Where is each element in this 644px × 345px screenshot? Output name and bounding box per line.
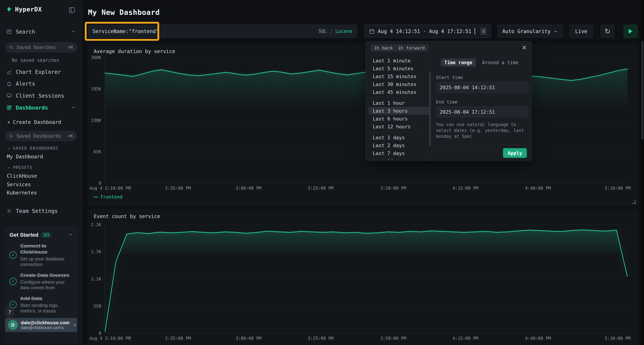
step-desc: Set up your database connection	[20, 256, 73, 267]
line-chart-svg	[105, 225, 627, 333]
live-button[interactable]: Live	[570, 25, 593, 38]
sidebar-collapse-icon[interactable]	[69, 7, 75, 13]
range-option[interactable]: Last 30 minutes	[368, 80, 429, 88]
check-circle-icon: ✓	[10, 278, 17, 285]
range-option[interactable]: Last 6 hours	[368, 115, 429, 123]
sidebar-item-my-dashboard[interactable]: My Dashboard	[7, 154, 43, 160]
legend-series-name: frontend	[100, 194, 122, 200]
chevron-up-icon	[71, 29, 76, 34]
play-icon	[628, 29, 632, 34]
chart-legend[interactable]: frontend	[94, 194, 122, 200]
sidebar-item-label: Search	[16, 28, 35, 35]
time-forward-button[interactable]: 1h forward	[395, 44, 428, 52]
range-option[interactable]: Last 2 days	[368, 141, 429, 149]
shortcut-hint: ⌘K	[68, 134, 73, 139]
dashboards-grid-icon	[6, 105, 12, 110]
tab-around-a-time[interactable]: Around a time	[478, 58, 522, 67]
hyperdx-logo-icon	[6, 6, 12, 12]
sidebar-item-label: Client Sessions	[16, 93, 64, 99]
close-icon[interactable]: ×	[522, 43, 527, 51]
sidebar-item-dashboards[interactable]: Dashboards	[0, 102, 82, 113]
sidebar-item-search[interactable]: Search	[0, 26, 82, 37]
range-option[interactable]: Last 14 days	[368, 157, 429, 160]
refresh-button[interactable]: ↻	[600, 25, 614, 38]
natural-language-hint: You can use natural language to select d…	[436, 122, 529, 139]
user-org: dale@clickhouse.com's	[21, 325, 70, 330]
get-started-step[interactable]: ✓ Add DataStart sending logs, metrics, o…	[10, 296, 73, 314]
chevron-down-icon	[7, 166, 11, 169]
sidebar: HyperDX Search Saved Searches ⌘K No save…	[0, 0, 82, 345]
range-option[interactable]: Last 1 hour	[368, 99, 429, 107]
get-started-step[interactable]: ✓ Create Data SourcesConfigure where you…	[10, 272, 73, 291]
sidebar-item-clickhouse[interactable]: ClickHouse	[7, 173, 37, 179]
step-title: Add Data	[20, 296, 42, 301]
calendar-icon	[369, 28, 374, 34]
page-scrollbar-thumb[interactable]	[642, 41, 643, 139]
range-option[interactable]: Last 12 hours	[368, 123, 429, 130]
chevron-up-icon[interactable]	[68, 233, 73, 237]
range-option[interactable]: Last 1 minute	[368, 57, 429, 64]
create-dashboard-button[interactable]: + Create Dashboard	[7, 119, 61, 125]
range-option[interactable]: Last 15 minutes	[368, 72, 429, 80]
run-query-button[interactable]	[624, 25, 638, 38]
shortcut-d-badge: d	[480, 27, 487, 35]
shortcut-hint: ⌘K	[68, 45, 73, 50]
sidebar-item-label: Chart Explorer	[16, 69, 61, 75]
chart-title: Average duration by service	[94, 48, 175, 54]
end-time-input[interactable]: 2025-08-04 17:12:51	[436, 106, 528, 117]
tab-time-range[interactable]: Time range	[441, 58, 476, 67]
list-scrollbar[interactable]	[429, 72, 430, 146]
range-option[interactable]: Last 45 minutes	[368, 88, 429, 96]
time-range-input[interactable]: Aug 4 14:12:51 - Aug 4 17:12:51 d	[365, 25, 491, 38]
granularity-value: Auto Granularity	[502, 28, 550, 34]
lucene-toggle[interactable]: Lucene	[336, 28, 352, 34]
user-menu[interactable]: D dale@clickhouse.com dale@clickhouse.co…	[5, 318, 77, 332]
plus-icon: +	[7, 119, 10, 125]
range-option-selected[interactable]: Last 3 hours	[368, 107, 429, 115]
create-dashboard-label: Create Dashboard	[13, 119, 61, 125]
section-label: SAVED DASHBOARDS	[13, 146, 58, 150]
app-logo[interactable]: HyperDX	[6, 6, 42, 13]
x-axis-labels: Aug 4 2:10:00 PM 2:35:00 PM 3:00:00 PM 3…	[105, 186, 627, 191]
chevron-right-icon	[72, 323, 77, 327]
sidebar-item-kubernetes[interactable]: Kubernetes	[7, 190, 37, 196]
section-presets[interactable]: PRESETS	[7, 165, 33, 170]
chart-panel-avg-duration: Average duration by service 260K 195K 13…	[88, 44, 638, 206]
chevron-up-icon	[71, 105, 76, 110]
sql-toggle[interactable]: SQL	[318, 28, 327, 34]
saved-searches-input[interactable]: Saved Searches ⌘K	[5, 42, 77, 52]
sidebar-item-client-sessions[interactable]: Client Sessions	[0, 90, 82, 101]
apply-button[interactable]: Apply	[503, 148, 527, 158]
sidebar-item-chart-explorer[interactable]: Chart Explorer	[0, 66, 82, 78]
section-saved-dashboards[interactable]: SAVED DASHBOARDS	[7, 146, 58, 150]
range-option[interactable]: Last 7 days	[368, 149, 429, 157]
list-divider	[368, 97, 429, 98]
chart-plot-area[interactable]	[105, 225, 627, 333]
sidebar-item-team-settings[interactable]: Team Settings	[0, 205, 82, 217]
time-picker-popup: 1h back 1h forward × Last 1 minute Last …	[366, 41, 532, 161]
app-name: HyperDX	[15, 6, 42, 13]
avatar: D	[8, 320, 18, 330]
start-time-input[interactable]: 2025-08-04 14:12:51	[436, 82, 528, 93]
list-divider	[368, 132, 429, 132]
sidebar-item-services[interactable]: Services	[7, 182, 31, 188]
toggle-divider: |	[330, 28, 332, 34]
saved-dashboards-input[interactable]: Saved Dashboards ⌘K	[5, 131, 77, 141]
y-axis-labels: 260K 195K 130K 65K 0	[88, 57, 103, 183]
range-option[interactable]: Last 1 days	[368, 134, 429, 141]
start-time-label: Start time	[436, 75, 527, 80]
help-button[interactable]: ?	[5, 307, 15, 317]
step-desc: Start sending logs, metrics, or traces	[20, 303, 73, 314]
time-back-button[interactable]: 1h back	[371, 44, 396, 52]
get-started-step[interactable]: ✓ Connect to ClickHouseSet up your datab…	[10, 243, 73, 267]
gear-icon	[6, 208, 12, 214]
search-query-input[interactable]: ServiceName:"frontend" SQL | Lucene	[88, 25, 357, 38]
text-cursor	[474, 28, 475, 34]
x-axis-labels: Aug 4 2:10:00 PM 2:35:00 PM 3:00:00 PM 3…	[105, 336, 627, 341]
get-started-progress-badge: 3/3	[41, 232, 52, 238]
sidebar-item-alerts[interactable]: Alerts	[0, 78, 82, 89]
panel-resize-handle[interactable]	[632, 200, 636, 204]
granularity-select[interactable]: Auto Granularity	[498, 25, 563, 38]
range-option[interactable]: Last 5 minutes	[368, 64, 429, 72]
bell-icon	[6, 81, 12, 86]
